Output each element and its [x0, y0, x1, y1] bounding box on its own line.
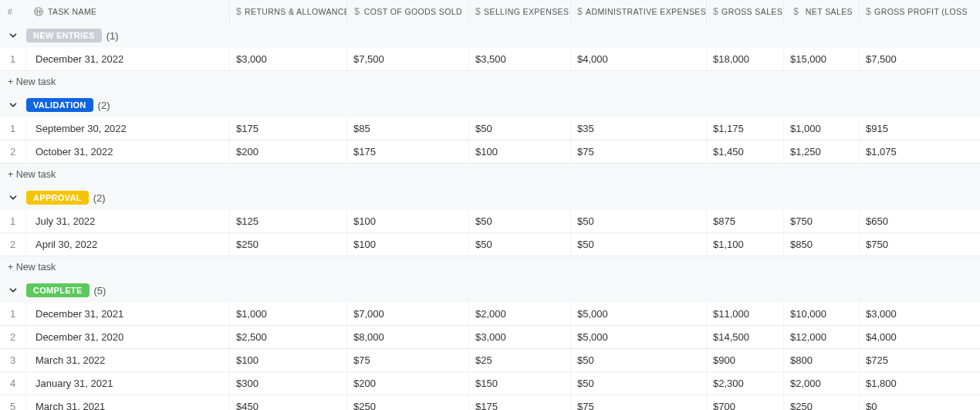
- row-admin[interactable]: $35: [571, 117, 707, 140]
- group-header[interactable]: COMPLETE(5): [0, 278, 980, 303]
- row-net-sales[interactable]: $1,000: [784, 117, 860, 140]
- row-gross-sales[interactable]: $1,175: [707, 117, 784, 140]
- row-cogs[interactable]: $100: [347, 233, 469, 256]
- row-gross-profit[interactable]: $4,000: [860, 326, 968, 348]
- header-gross-sales[interactable]: $ GROSS SALES: [707, 0, 784, 23]
- group-header[interactable]: NEW ENTRIES(1): [0, 23, 980, 48]
- row-gross-profit[interactable]: $1,075: [860, 141, 968, 163]
- row-selling[interactable]: $175: [469, 395, 571, 410]
- header-cogs[interactable]: $ COST OF GOODS SOLD: [347, 0, 469, 23]
- row-admin[interactable]: $75: [571, 395, 707, 410]
- chevron-down-icon[interactable]: [6, 191, 20, 205]
- row-net-sales[interactable]: $850: [784, 233, 860, 256]
- row-cogs[interactable]: $8,000: [347, 326, 469, 348]
- row-net-sales[interactable]: $750: [784, 210, 860, 232]
- row-admin[interactable]: $5,000: [571, 303, 707, 325]
- header-idx[interactable]: #: [0, 0, 26, 23]
- group-header[interactable]: VALIDATION(2): [0, 93, 980, 117]
- row-gross-sales[interactable]: $2,300: [707, 372, 784, 395]
- group-header[interactable]: APPROVAL(2): [0, 185, 980, 210]
- header-gross-profit[interactable]: $ GROSS PROFIT (LOSS): [860, 0, 968, 23]
- row-gross-profit[interactable]: $0: [860, 395, 968, 410]
- row-name[interactable]: September 30, 2022: [26, 117, 230, 140]
- row-gross-sales[interactable]: $700: [707, 395, 784, 410]
- row-returns[interactable]: $100: [230, 349, 347, 371]
- table-row[interactable]: 1December 31, 2021$1,000$7,000$2,000$5,0…: [0, 303, 980, 326]
- row-returns[interactable]: $450: [230, 395, 347, 410]
- table-row[interactable]: 1December 31, 2022$3,000$7,500$3,500$4,0…: [0, 48, 980, 71]
- row-name[interactable]: April 30, 2022: [26, 233, 230, 256]
- row-admin[interactable]: $50: [571, 210, 707, 232]
- row-selling[interactable]: $50: [469, 210, 571, 232]
- header-returns[interactable]: $ RETURNS & ALLOWANCES: [230, 0, 347, 23]
- row-name[interactable]: December 31, 2021: [26, 303, 230, 325]
- row-returns[interactable]: $2,500: [230, 326, 347, 348]
- row-gross-sales[interactable]: $1,100: [707, 233, 784, 256]
- row-net-sales[interactable]: $1,250: [784, 141, 860, 163]
- row-admin[interactable]: $5,000: [571, 326, 707, 348]
- row-cogs[interactable]: $200: [347, 372, 469, 395]
- row-returns[interactable]: $1,000: [230, 303, 347, 325]
- status-badge[interactable]: APPROVAL: [26, 191, 89, 205]
- row-gross-profit[interactable]: $1,800: [860, 372, 968, 395]
- row-selling[interactable]: $3,500: [469, 48, 571, 70]
- header-name[interactable]: TASK NAME: [26, 0, 230, 23]
- row-selling[interactable]: $50: [469, 233, 571, 256]
- row-name[interactable]: December 31, 2022: [26, 48, 230, 70]
- row-admin[interactable]: $4,000: [571, 48, 707, 70]
- row-name[interactable]: January 31, 2021: [26, 372, 230, 395]
- row-selling[interactable]: $25: [469, 349, 571, 371]
- chevron-down-icon[interactable]: [6, 98, 20, 112]
- row-gross-sales[interactable]: $14,500: [707, 326, 784, 348]
- table-row[interactable]: 4January 31, 2021$300$200$150$50$2,300$2…: [0, 372, 980, 395]
- row-name[interactable]: October 31, 2022: [26, 141, 230, 163]
- row-gross-sales[interactable]: $1,450: [707, 141, 784, 163]
- row-name[interactable]: March 31, 2022: [26, 349, 230, 371]
- row-name[interactable]: March 31, 2021: [26, 395, 230, 410]
- row-gross-sales[interactable]: $18,000: [707, 48, 784, 70]
- table-row[interactable]: 2December 31, 2020$2,500$8,000$3,000$5,0…: [0, 326, 980, 349]
- row-gross-profit[interactable]: $725: [860, 349, 968, 371]
- row-admin[interactable]: $50: [571, 372, 707, 395]
- header-selling[interactable]: $ SELLING EXPENSES: [469, 0, 571, 23]
- table-row[interactable]: 2April 30, 2022$250$100$50$50$1,100$850$…: [0, 233, 980, 256]
- chevron-down-icon[interactable]: [6, 283, 20, 297]
- row-gross-profit[interactable]: $3,000: [860, 303, 968, 325]
- row-returns[interactable]: $3,000: [230, 48, 347, 70]
- row-net-sales[interactable]: $800: [784, 349, 860, 371]
- row-name[interactable]: December 31, 2020: [26, 326, 230, 348]
- row-admin[interactable]: $50: [571, 349, 707, 371]
- row-cogs[interactable]: $7,500: [347, 48, 469, 70]
- row-returns[interactable]: $250: [230, 233, 347, 256]
- row-selling[interactable]: $100: [469, 141, 571, 163]
- row-cogs[interactable]: $100: [347, 210, 469, 232]
- new-task-button[interactable]: + New task: [0, 164, 980, 185]
- new-task-button[interactable]: + New task: [0, 256, 980, 278]
- row-cogs[interactable]: $7,000: [347, 303, 469, 325]
- row-name[interactable]: July 31, 2022: [26, 210, 230, 232]
- row-net-sales[interactable]: $250: [784, 395, 860, 410]
- table-row[interactable]: 5March 31, 2021$450$250$175$75$700$250$0: [0, 395, 980, 410]
- table-row[interactable]: 2October 31, 2022$200$175$100$75$1,450$1…: [0, 141, 980, 164]
- row-net-sales[interactable]: $12,000: [784, 326, 860, 348]
- row-selling[interactable]: $2,000: [469, 303, 571, 325]
- row-net-sales[interactable]: $15,000: [784, 48, 860, 70]
- table-row[interactable]: 1July 31, 2022$125$100$50$50$875$750$650: [0, 210, 980, 233]
- header-net-sales[interactable]: $ NET SALES: [784, 0, 860, 23]
- row-gross-sales[interactable]: $900: [707, 349, 784, 371]
- row-gross-profit[interactable]: $7,500: [860, 48, 968, 70]
- row-gross-profit[interactable]: $650: [860, 210, 968, 232]
- chevron-down-icon[interactable]: [6, 29, 20, 42]
- row-cogs[interactable]: $250: [347, 395, 469, 410]
- row-selling[interactable]: $3,000: [469, 326, 571, 348]
- row-cogs[interactable]: $175: [347, 141, 469, 163]
- row-gross-profit[interactable]: $750: [860, 233, 968, 256]
- row-admin[interactable]: $50: [571, 233, 707, 256]
- row-selling[interactable]: $150: [469, 372, 571, 395]
- row-admin[interactable]: $75: [571, 141, 707, 163]
- status-badge[interactable]: VALIDATION: [26, 98, 93, 112]
- row-gross-profit[interactable]: $915: [860, 117, 968, 140]
- header-admin[interactable]: $ ADMINISTRATIVE EXPENSES: [571, 0, 707, 23]
- row-cogs[interactable]: $75: [347, 349, 469, 371]
- row-gross-sales[interactable]: $11,000: [707, 303, 784, 325]
